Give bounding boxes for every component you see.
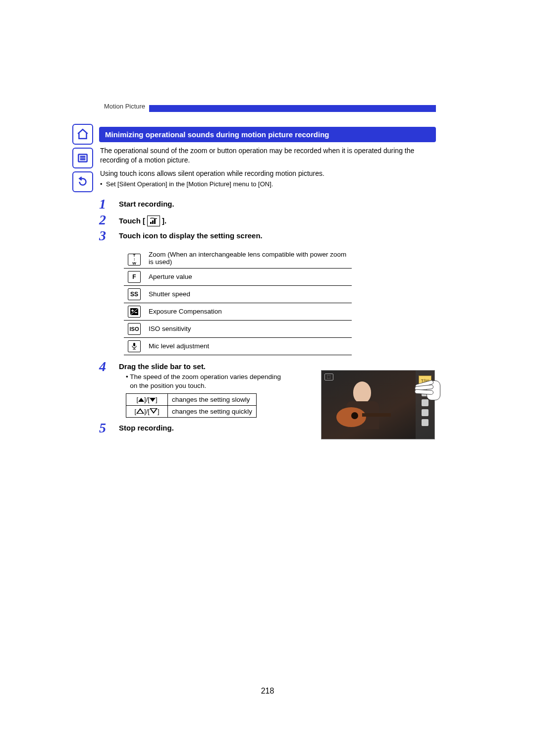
step-2: 2 Touch [ ]. xyxy=(99,213,436,227)
table-row: Exposure Compensation xyxy=(124,303,352,320)
touchscreen-illustration: ⬚ T/W xyxy=(321,370,435,439)
contents-icon xyxy=(76,152,89,164)
step-4: 4 Drag the slide bar to set. • The speed… xyxy=(99,359,436,419)
step-title: Drag the slide bar to set. xyxy=(119,362,436,371)
table-cell: changes the setting slowly xyxy=(168,394,257,406)
zoom-icon: T↕W xyxy=(128,254,141,266)
svg-rect-2 xyxy=(152,220,154,224)
exposure-comp-icon xyxy=(128,306,141,318)
step-4-note: • The speed of the zoom operation varies… xyxy=(126,373,289,390)
slow-arrows-icon: []/[] xyxy=(126,394,168,406)
settings-table: T↕W Zoom (When an interchangeable lens c… xyxy=(124,248,352,355)
svg-rect-1 xyxy=(150,222,152,224)
table-cell: Zoom (When an interchangeable lens compa… xyxy=(145,248,352,269)
svg-rect-3 xyxy=(154,219,156,224)
fast-arrows-icon: []/[] xyxy=(126,406,168,418)
step-number: 5 xyxy=(99,421,119,435)
shutter-icon: SS xyxy=(128,288,141,300)
hand-gesture-icon xyxy=(415,378,440,410)
table-row: F Aperture value xyxy=(124,268,352,285)
page-body: Motion Picture Minimizing operational so… xyxy=(99,95,436,435)
intro-line-2: Using touch icons allows silent operatio… xyxy=(100,169,435,178)
step-title: Touch [ ]. xyxy=(119,216,436,226)
contents-button[interactable] xyxy=(72,148,93,168)
back-icon xyxy=(76,175,89,188)
home-button[interactable] xyxy=(72,124,93,145)
table-row: ISO ISO sensitivity xyxy=(124,320,352,337)
home-icon xyxy=(76,128,89,141)
breadcrumb-text: Motion Picture xyxy=(99,103,145,112)
step-number: 2 xyxy=(99,213,119,227)
iso-icon: ISO xyxy=(128,323,141,335)
section-heading: Minimizing operational sounds during mot… xyxy=(99,127,436,142)
step-number: 1 xyxy=(99,197,119,212)
intro-bullet: • Set [Silent Operation] in the [Motion … xyxy=(100,180,435,188)
table-cell: Exposure Compensation xyxy=(145,303,352,320)
aperture-icon: F xyxy=(128,271,141,283)
table-cell: Shutter speed xyxy=(145,285,352,303)
breadcrumb: Motion Picture xyxy=(99,95,436,112)
step-number: 4 xyxy=(99,359,119,374)
svg-rect-5 xyxy=(133,343,135,346)
step-3: 3 Touch icon to display the setting scre… xyxy=(99,228,436,243)
step-number: 3 xyxy=(99,228,119,243)
step-title: Start recording. xyxy=(119,200,436,208)
step-title: Touch icon to display the setting screen… xyxy=(119,231,436,240)
table-row: Mic level adjustment xyxy=(124,337,352,355)
table-row: SS Shutter speed xyxy=(124,285,352,303)
table-cell: ISO sensitivity xyxy=(145,320,352,337)
back-button[interactable] xyxy=(72,171,93,192)
table-row: T↕W Zoom (When an interchangeable lens c… xyxy=(124,248,352,269)
rec-badge-icon: ⬚ xyxy=(324,374,333,380)
silent-operation-icon xyxy=(147,216,160,226)
intro-line-1: The operational sound of the zoom or but… xyxy=(100,146,435,165)
mic-level-icon xyxy=(128,340,141,352)
table-row: []/[] changes the setting slowly xyxy=(126,394,257,406)
table-cell: changes the setting quickly xyxy=(168,406,257,418)
page-number: 218 xyxy=(0,687,535,696)
table-cell: Aperture value xyxy=(145,268,352,285)
side-nav xyxy=(72,124,93,192)
table-row: []/[] changes the setting quickly xyxy=(126,406,257,418)
speed-table: []/[] changes the setting slowly []/[] c… xyxy=(126,393,257,418)
step-1: 1 Start recording. xyxy=(99,197,436,212)
table-cell: Mic level adjustment xyxy=(145,337,352,355)
